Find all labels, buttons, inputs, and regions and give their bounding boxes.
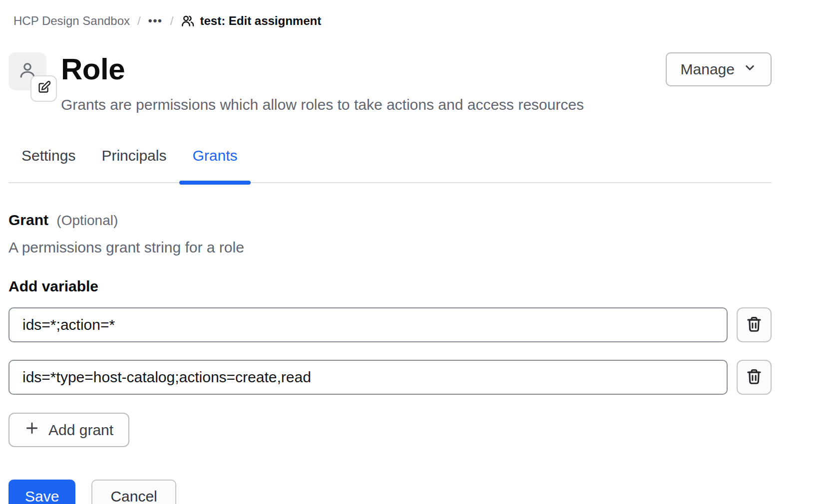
- breadcrumb-root-link[interactable]: HCP Design Sandbox: [13, 14, 130, 28]
- page-header: Role Grants are permissions which allow …: [8, 52, 772, 113]
- page: HCP Design Sandbox / ••• / test: Edit as…: [0, 13, 835, 504]
- add-grant-button-label: Add grant: [48, 422, 113, 439]
- page-title: Role: [61, 53, 666, 85]
- delete-grant-button-2[interactable]: [737, 360, 772, 395]
- pencil-square-icon: [37, 81, 50, 96]
- form-actions: Save Cancel: [8, 480, 772, 504]
- breadcrumb: HCP Design Sandbox / ••• / test: Edit as…: [8, 13, 772, 29]
- grant-row: [8, 360, 772, 395]
- users-icon: [181, 14, 194, 28]
- grant-row: [8, 307, 772, 342]
- tab-principals[interactable]: Principals: [88, 140, 179, 182]
- trash-icon: [745, 315, 763, 335]
- breadcrumb-current-label: test: Edit assignment: [200, 14, 321, 28]
- add-grant-button[interactable]: Add grant: [8, 413, 129, 447]
- header-text: Role Grants are permissions which allow …: [61, 52, 666, 113]
- delete-grant-button-1[interactable]: [737, 307, 772, 342]
- tab-grants[interactable]: Grants: [179, 140, 250, 182]
- grant-optional-label: (Optional): [56, 213, 118, 228]
- tab-settings[interactable]: Settings: [8, 140, 88, 182]
- manage-button[interactable]: Manage: [666, 52, 772, 86]
- plus-icon: [24, 421, 39, 439]
- grant-help-text: A permissions grant string for a role: [8, 239, 772, 256]
- save-button[interactable]: Save: [8, 480, 75, 504]
- grant-input-1[interactable]: [8, 307, 728, 342]
- breadcrumb-current: test: Edit assignment: [181, 14, 321, 28]
- tab-bar: Settings Principals Grants: [8, 140, 772, 183]
- page-subtitle: Grants are permissions which allow roles…: [61, 96, 666, 113]
- breadcrumb-collapsed-button[interactable]: •••: [148, 14, 163, 27]
- cancel-button[interactable]: Cancel: [91, 480, 176, 504]
- edit-avatar-button[interactable]: [30, 75, 57, 102]
- manage-button-label: Manage: [681, 61, 735, 78]
- chevron-down-icon: [743, 61, 757, 78]
- role-avatar: [8, 52, 46, 90]
- trash-icon: [745, 368, 763, 387]
- breadcrumb-separator: /: [137, 14, 141, 28]
- grant-label-row: Grant (Optional): [8, 212, 772, 229]
- grant-label: Grant: [8, 212, 48, 228]
- grant-input-2[interactable]: [8, 360, 728, 395]
- breadcrumb-separator: /: [170, 14, 174, 28]
- grants-section: Grant (Optional) A permissions grant str…: [8, 212, 772, 504]
- add-variable-label: Add variable: [8, 278, 772, 295]
